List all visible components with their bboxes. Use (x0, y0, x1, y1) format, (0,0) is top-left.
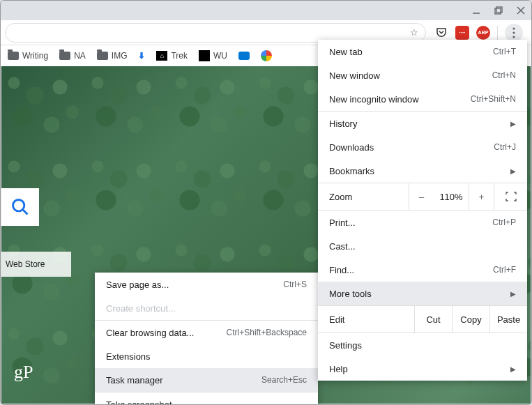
pocket-extension-icon[interactable] (434, 26, 448, 40)
menu-label: Print... (329, 217, 356, 228)
bookmark-label: IMG (112, 51, 128, 61)
wu-icon (199, 50, 210, 61)
menu-shortcut: Ctrl+J (494, 142, 516, 152)
chevron-right-icon: ▶ (510, 120, 516, 128)
bookmark-folder-na[interactable]: NA (59, 51, 86, 61)
menu-help[interactable]: Help ▶ (318, 357, 527, 381)
gp-watermark: gP (14, 362, 33, 383)
menu-shortcut: Ctrl+P (492, 217, 516, 227)
edit-paste-button[interactable]: Paste (489, 306, 527, 333)
menu-label: Settings (329, 340, 362, 351)
chrome-menu-button[interactable] (505, 24, 523, 42)
download-icon: ⬇ (138, 51, 145, 61)
menu-label: Bookmarks (329, 166, 374, 176)
submenu-create-shortcut: Create shortcut... (95, 296, 318, 320)
menu-new-tab[interactable]: New tab Ctrl+T (318, 40, 527, 63)
edit-cut-button[interactable]: Cut (414, 306, 452, 333)
menu-shortcut: Ctrl+N (492, 70, 516, 80)
submenu-save-page[interactable]: Save page as... Ctrl+S (95, 273, 318, 296)
bookmark-label: WU (213, 51, 227, 61)
chevron-right-icon: ▶ (510, 365, 516, 373)
menu-new-window[interactable]: New window Ctrl+N (318, 63, 527, 87)
menu-label: Take screenshot (106, 399, 172, 406)
bookmark-wu[interactable]: WU (199, 50, 227, 61)
edit-copy-button[interactable]: Copy (452, 306, 489, 333)
svg-point-6 (512, 31, 515, 33)
menu-label: More tools (329, 289, 372, 299)
menu-label: Cast... (329, 241, 356, 252)
lastpass-extension-icon[interactable]: ···· (455, 26, 469, 40)
gphotos-icon (261, 50, 272, 61)
bookmark-label: Trek (171, 51, 188, 61)
svg-rect-1 (495, 8, 501, 14)
fullscreen-icon (506, 192, 517, 201)
web-store-tile[interactable]: Web Store (1, 252, 71, 277)
fullscreen-button[interactable] (494, 183, 527, 210)
menu-label: Extensions (106, 351, 151, 362)
bookmark-label: NA (74, 51, 86, 61)
menu-label: Zoom (329, 192, 352, 202)
menu-edit-row: Edit Cut Copy Paste (318, 306, 527, 333)
search-icon (10, 197, 30, 217)
chevron-right-icon: ▶ (510, 167, 516, 175)
menu-downloads[interactable]: Downloads Ctrl+J (318, 135, 527, 159)
separator (497, 26, 498, 40)
bookmark-gphotos[interactable] (261, 50, 272, 61)
menu-shortcut: Ctrl+T (493, 47, 516, 56)
extension-icons: ···· ABP (430, 24, 527, 42)
bookmark-folder-writing[interactable]: Writing (8, 51, 48, 61)
abp-extension-icon[interactable]: ABP (476, 26, 490, 40)
menu-label: History (329, 119, 357, 129)
maximize-button[interactable] (494, 6, 503, 15)
bookmark-folder-img[interactable]: IMG (97, 51, 128, 61)
onedrive-icon (238, 52, 250, 60)
menu-shortcut: Ctrl+F (493, 265, 516, 275)
close-button[interactable] (516, 6, 526, 15)
folder-icon (59, 52, 70, 60)
menu-more-tools[interactable]: More tools ▶ (318, 282, 527, 305)
menu-bookmarks[interactable]: Bookmarks ▶ (318, 159, 527, 183)
trek-icon: ⌂ (156, 51, 167, 61)
menu-label: New incognito window (329, 94, 419, 105)
menu-label: Create shortcut... (106, 303, 176, 314)
menu-shortcut: Ctrl+Shift+Backspace (227, 328, 307, 337)
menu-settings[interactable]: Settings (318, 333, 527, 357)
web-store-label: Web Store (6, 259, 45, 269)
submenu-extensions[interactable]: Extensions (95, 344, 318, 368)
svg-point-8 (13, 200, 24, 211)
submenu-clear-browsing-data[interactable]: Clear browsing data... Ctrl+Shift+Backsp… (95, 321, 318, 344)
menu-print[interactable]: Print... Ctrl+P (318, 211, 527, 234)
more-tools-submenu: Save page as... Ctrl+S Create shortcut..… (95, 273, 318, 405)
submenu-task-manager[interactable]: Task manager Search+Esc (95, 368, 318, 392)
submenu-take-screenshot[interactable]: Take screenshot (95, 392, 318, 405)
menu-history[interactable]: History ▶ (318, 112, 527, 135)
bookmark-star-icon[interactable]: ☆ (410, 27, 418, 38)
svg-point-7 (512, 36, 515, 38)
bookmark-trek[interactable]: ⌂Trek (156, 51, 188, 61)
menu-cast[interactable]: Cast... (318, 234, 527, 258)
menu-label: Downloads (329, 142, 374, 153)
folder-icon (97, 52, 108, 60)
zoom-out-button[interactable]: – (409, 183, 434, 210)
menu-shortcut: Search+Esc (261, 375, 307, 385)
svg-line-9 (23, 210, 28, 215)
zoom-in-button[interactable]: + (469, 183, 494, 210)
zoom-value: 110% (434, 192, 469, 202)
titlebar (1, 1, 531, 20)
menu-label: Find... (329, 265, 354, 275)
menu-label: Clear browsing data... (106, 328, 194, 338)
menu-find[interactable]: Find... Ctrl+F (318, 258, 527, 282)
menu-new-incognito[interactable]: New incognito window Ctrl+Shift+N (318, 87, 527, 111)
bookmark-onedrive[interactable] (238, 52, 250, 60)
menu-label: Save page as... (106, 280, 169, 290)
search-tile[interactable] (1, 188, 39, 226)
menu-label: Edit (329, 314, 344, 325)
chevron-right-icon: ▶ (510, 290, 516, 298)
svg-point-5 (512, 27, 515, 29)
minimize-button[interactable] (471, 6, 481, 15)
menu-shortcut: Ctrl+Shift+N (471, 94, 516, 104)
menu-zoom-row: Zoom – 110% + (318, 183, 527, 210)
bookmark-download[interactable]: ⬇ (138, 51, 145, 61)
menu-label: Help (329, 364, 348, 374)
menu-label: Task manager (106, 375, 163, 385)
